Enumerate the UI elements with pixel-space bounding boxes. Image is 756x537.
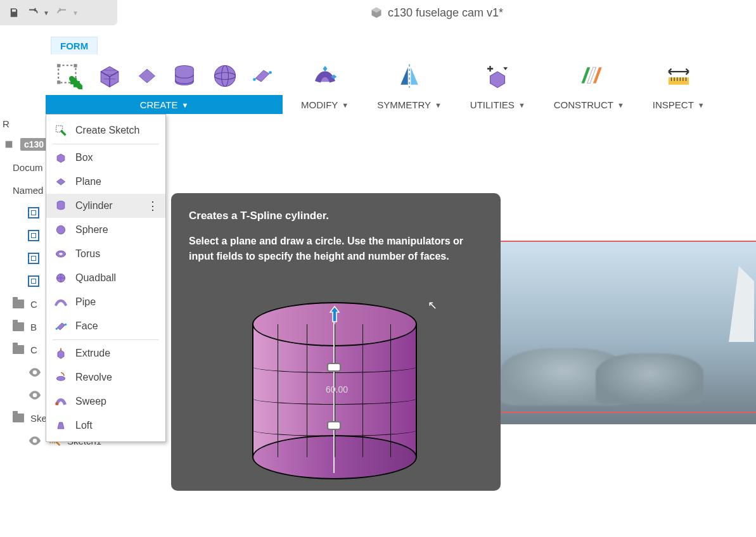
inspect-group-label[interactable]: INSPECT▼ xyxy=(643,95,715,114)
svg-rect-21 xyxy=(56,403,58,405)
menu-item-label: Cylinder xyxy=(75,200,113,212)
menu-separator xyxy=(53,144,159,144)
tooltip-body: Select a plane and draw a circle. Use th… xyxy=(189,234,483,264)
browser-row-label: Docum xyxy=(13,162,43,173)
browser-row-label: C xyxy=(30,344,37,355)
visibility-icon[interactable] xyxy=(28,368,42,377)
modify-tool-icon[interactable] xyxy=(309,60,341,92)
manipulator-grip-icon xyxy=(327,363,341,372)
svg-rect-1 xyxy=(57,64,60,67)
inspect-label-text: INSPECT xyxy=(653,99,694,110)
manipulator-grip-icon xyxy=(327,421,341,430)
chevron-down-icon: ▼ xyxy=(181,101,188,109)
ribbon-toolbar: CREATE ▼ MODIFY▼ SYMMETRY▼ UTILITIES▼ xyxy=(0,54,756,114)
construct-tool-icon[interactable] xyxy=(573,60,605,92)
svg-rect-2 xyxy=(74,64,77,67)
menu-item-label: Plane xyxy=(75,176,101,187)
menu-item-torus[interactable]: Torus xyxy=(46,242,165,266)
svg-point-16 xyxy=(59,253,63,255)
modify-label-text: MODIFY xyxy=(301,99,338,110)
menu-item-cylinder[interactable]: Cylinder⋮ xyxy=(46,194,165,218)
face-tool-icon[interactable] xyxy=(250,63,275,89)
symmetry-tool-icon[interactable] xyxy=(394,60,425,92)
menu-item-sketch[interactable]: Create Sketch xyxy=(46,118,165,142)
redo-dropdown-caret-icon[interactable]: ▼ xyxy=(72,9,79,16)
chevron-down-icon: ▼ xyxy=(698,101,705,109)
box-tool-icon[interactable] xyxy=(94,60,125,92)
svg-point-19 xyxy=(65,324,67,325)
tooltip-dimension: 60.00 xyxy=(326,384,348,395)
menu-item-label: Sphere xyxy=(75,224,108,236)
menu-item-plane[interactable]: Plane xyxy=(46,170,165,194)
tab-form[interactable]: FORM xyxy=(51,37,98,54)
undo-dropdown-caret-icon[interactable]: ▼ xyxy=(43,9,49,16)
visibility-icon[interactable] xyxy=(28,391,42,400)
create-group-label[interactable]: CREATE ▼ xyxy=(46,95,283,114)
symmetry-group-label[interactable]: SYMMETRY▼ xyxy=(367,95,452,114)
menu-item-loft[interactable]: Loft xyxy=(46,414,165,438)
face-icon xyxy=(54,319,68,333)
create-sketch-tool-icon[interactable] xyxy=(53,60,85,92)
plane-icon xyxy=(54,175,68,189)
revolve-icon xyxy=(54,370,68,384)
sphere-tool-icon[interactable] xyxy=(209,60,241,92)
canvas-plane-shape xyxy=(596,353,703,404)
browser-row-label: B xyxy=(30,322,37,332)
component-icon xyxy=(4,139,14,149)
cursor-icon: ↖ xyxy=(428,298,437,312)
browser-doc-chip: c130 xyxy=(20,138,48,151)
redo-icon[interactable] xyxy=(56,6,68,19)
visibility-icon[interactable] xyxy=(28,436,42,445)
quick-access-toolbar: ▼ ▼ xyxy=(0,0,117,25)
menu-item-label: Create Sketch xyxy=(75,125,139,136)
inspect-tool-icon[interactable] xyxy=(663,60,695,92)
group-construct: CONSTRUCT▼ xyxy=(544,57,634,114)
tab-form-label: FORM xyxy=(60,41,88,51)
browser-header-label: R xyxy=(0,114,10,133)
utilities-label-text: UTILITIES xyxy=(470,99,515,110)
menu-item-box[interactable]: Box xyxy=(46,146,165,170)
sphere-icon xyxy=(54,223,68,237)
utilities-tool-icon[interactable] xyxy=(482,60,513,92)
menu-item-label: Quadball xyxy=(75,272,116,284)
cylinder-tool-icon[interactable] xyxy=(169,60,200,92)
sketch-icon xyxy=(54,123,68,137)
folder-icon xyxy=(13,300,24,308)
menu-item-sweep[interactable]: Sweep xyxy=(46,389,165,414)
menu-item-revolve[interactable]: Revolve xyxy=(46,365,165,389)
menu-item-quadball[interactable]: Quadball xyxy=(46,266,165,290)
plane-tool-icon[interactable] xyxy=(134,63,160,89)
modify-group-label[interactable]: MODIFY▼ xyxy=(291,95,359,114)
menu-item-sphere[interactable]: Sphere xyxy=(46,218,165,242)
undo-icon[interactable] xyxy=(27,6,39,19)
menu-item-label: Sweep xyxy=(75,396,106,407)
cylinder-preview-icon: 60.00 ↖ xyxy=(252,302,417,473)
menu-item-label: Face xyxy=(75,320,98,332)
menu-item-extrude[interactable]: Extrude xyxy=(46,341,165,365)
chevron-down-icon: ▼ xyxy=(435,101,442,109)
menu-item-face[interactable]: Face xyxy=(46,314,165,338)
kebab-icon[interactable]: ⋮ xyxy=(147,199,158,213)
group-create: CREATE ▼ xyxy=(46,57,283,114)
menu-item-label: Revolve xyxy=(75,372,112,383)
menu-item-pipe[interactable]: Pipe xyxy=(46,290,165,314)
folder-icon xyxy=(13,414,24,422)
cylinder-icon xyxy=(54,199,68,213)
construct-group-label[interactable]: CONSTRUCT▼ xyxy=(544,95,634,114)
svg-point-18 xyxy=(56,328,58,330)
svg-point-5 xyxy=(215,66,236,87)
tooltip-card: Creates a T-Spline cylinder. Select a pl… xyxy=(171,193,501,491)
utilities-group-label[interactable]: UTILITIES▼ xyxy=(460,95,535,114)
tooltip-title: Creates a T-Spline cylinder. xyxy=(189,210,483,222)
chevron-down-icon: ▼ xyxy=(617,101,624,109)
symmetry-label-text: SYMMETRY xyxy=(377,99,431,110)
view-icon xyxy=(28,253,39,264)
menu-item-label: Box xyxy=(75,152,93,163)
save-icon[interactable] xyxy=(8,6,20,19)
menu-item-label: Pipe xyxy=(75,296,96,308)
tooltip-figure: 60.00 ↖ xyxy=(241,288,431,478)
svg-point-9 xyxy=(269,71,272,74)
menu-item-label: Loft xyxy=(75,420,93,431)
sweep-icon xyxy=(54,395,68,408)
group-utilities: UTILITIES▼ xyxy=(460,57,535,114)
